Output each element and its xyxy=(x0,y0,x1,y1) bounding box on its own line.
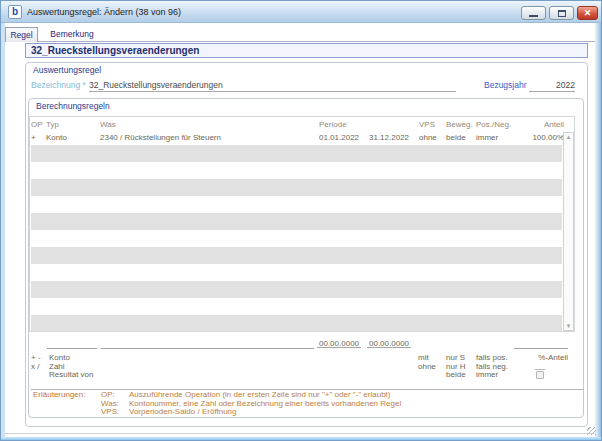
required-mark: * xyxy=(83,80,86,90)
delete-icon xyxy=(535,369,545,370)
anteil-input[interactable] xyxy=(514,348,568,349)
table-scrollbar[interactable]: ▲ ▼ xyxy=(563,132,574,331)
group-auswertungsregel-title: Auswertungsregel xyxy=(33,65,101,75)
group-berechnungsregeln-title: Berechnungsregeln xyxy=(36,101,110,111)
typ-input[interactable] xyxy=(47,348,97,349)
minimize-icon xyxy=(529,15,538,17)
legend-op-labels: Konto Zahl Resultat von xyxy=(49,354,119,380)
table-row[interactable]: + Konto 2340 / Rückstellungen für Steuer… xyxy=(31,132,562,145)
minimize-button[interactable] xyxy=(521,6,546,20)
table-header-row: OP Typ Was Periode VPS Beweg. Pos./Neg. … xyxy=(31,119,562,131)
periode-von-input[interactable]: 00.00.0000 xyxy=(317,339,361,348)
legend-vps-options: mit ohne xyxy=(418,354,444,371)
cell-beweg: beide xyxy=(446,132,475,145)
cell-typ: Konto xyxy=(46,132,96,145)
legend-beweg-options: nur S nur H beide xyxy=(446,354,474,380)
cell-op: + xyxy=(31,132,45,145)
tab-bemerkung[interactable]: Bemerkung xyxy=(41,27,103,42)
col-header-beweg: Beweg. xyxy=(446,119,475,131)
tab-regel[interactable]: Regel xyxy=(5,27,38,42)
cell-posneg: immer xyxy=(476,132,514,145)
scroll-down-icon[interactable]: ▼ xyxy=(564,323,573,329)
col-header-op: OP xyxy=(31,119,45,131)
cell-was: 2340 / Rückstellungen für Steuern xyxy=(100,132,315,145)
col-header-blank xyxy=(369,119,417,131)
scroll-up-icon[interactable]: ▲ xyxy=(564,134,573,140)
maximize-icon xyxy=(558,10,566,17)
bezeichnung-input[interactable]: 32_Rueckstellungsveraenderungen xyxy=(89,79,456,92)
window-border-bottom xyxy=(1,437,602,441)
erlaeuterungen-label: Erläuterungen: xyxy=(33,391,85,400)
close-button[interactable]: ✕ xyxy=(577,6,598,20)
cell-bis: 31.12.2022 xyxy=(369,132,417,145)
cell-anteil: 100.00% xyxy=(515,132,564,145)
title-bar[interactable]: b Auswertungsregel: Ändern (38 von 96) ✕ xyxy=(1,1,602,23)
window-border-right xyxy=(595,23,602,437)
erlaeuterung-term-vps: VPS: xyxy=(101,408,119,417)
bezeichnung-label: Bezeichnung * xyxy=(31,80,86,90)
dialog-window: b Auswertungsregel: Ändern (38 von 96) ✕… xyxy=(0,0,602,441)
legend-op-symbols: + - x / xyxy=(31,354,47,371)
periode-bis-input[interactable]: 00.00.0000 xyxy=(367,339,411,348)
maximize-button[interactable] xyxy=(549,6,574,20)
bezugsjahr-label: Bezugsjahr * xyxy=(484,80,532,90)
col-header-periode: Periode xyxy=(319,119,367,131)
col-header-was: Was xyxy=(100,119,315,131)
cell-von: 01.01.2022 xyxy=(319,132,367,145)
was-input[interactable] xyxy=(101,348,314,349)
resize-grip[interactable] xyxy=(587,427,596,435)
app-logo-icon: b xyxy=(8,5,22,19)
status-bar-divider xyxy=(5,433,595,434)
close-icon: ✕ xyxy=(584,8,592,18)
erlaeuterung-desc-vps: Vorperioden-Saldo / Eröffnung xyxy=(129,408,236,417)
legend-anteil-label: %-Anteil xyxy=(506,354,568,363)
empty-rows xyxy=(31,145,562,331)
window-title: Auswertungsregel: Ändern (38 von 96) xyxy=(27,1,181,23)
col-header-anteil: Anteil xyxy=(515,119,564,131)
window-border-left xyxy=(1,23,5,437)
col-header-posneg: Pos./Neg. xyxy=(476,119,514,131)
rule-name-header: 32_Rueckstellungsveraenderungen xyxy=(25,43,588,58)
col-header-typ: Typ xyxy=(46,119,96,131)
cell-vps: ohne xyxy=(419,132,445,145)
bezugsjahr-input[interactable]: 2022 xyxy=(529,79,575,92)
col-header-vps: VPS xyxy=(419,119,445,131)
delete-button[interactable] xyxy=(536,371,544,379)
